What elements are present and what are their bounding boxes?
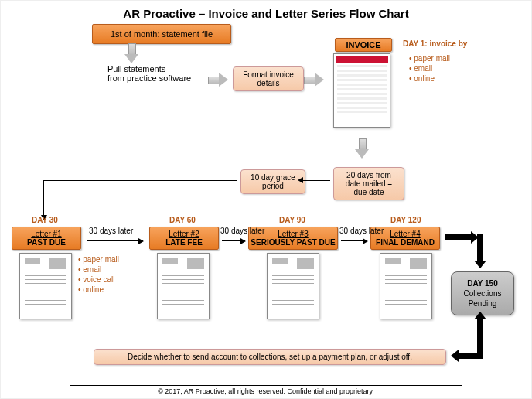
thick-vert-line bbox=[477, 347, 483, 359]
inter-label: 30 days later bbox=[220, 227, 264, 235]
connector-polyline bbox=[43, 180, 237, 220]
day120-label: DAY 120 bbox=[390, 216, 421, 224]
collections-box: DAY 150 Collections Pending bbox=[451, 271, 514, 315]
day1-label: DAY 1: invoice by bbox=[403, 39, 467, 48]
thick-arrowhead-up bbox=[474, 312, 486, 319]
page-title: AR Proactive – Invoice and Letter Series… bbox=[1, 7, 531, 20]
letter-line1: Letter #4 bbox=[390, 230, 420, 238]
arrow-right-icon bbox=[304, 73, 324, 87]
pull-statements-text: Pull statements from practice software bbox=[107, 64, 223, 83]
bullet: paper mail bbox=[409, 53, 450, 63]
letter1-box: Letter #1PAST DUE bbox=[12, 227, 81, 250]
decide-box: Decide whether to send account to collec… bbox=[94, 349, 446, 365]
letter-line1: Letter #2 bbox=[169, 230, 199, 238]
collections-text: Collections Pending bbox=[464, 289, 502, 308]
letter-channel-bullets: paper mail email voice call online bbox=[78, 254, 119, 295]
connector-arrowhead bbox=[298, 177, 303, 183]
letter-line2: FINAL DEMAND bbox=[376, 238, 435, 247]
thick-vert-line bbox=[477, 234, 483, 262]
start-of-month-box: 1st of month: statement file bbox=[92, 24, 231, 44]
invoice-header-box: INVOICE bbox=[335, 38, 392, 52]
thin-arrow-icon bbox=[341, 240, 367, 241]
letter-line2: PAST DUE bbox=[27, 238, 66, 247]
thick-arrow-right-icon bbox=[445, 234, 471, 240]
day1-bullets: paper mail email online bbox=[409, 53, 450, 84]
invoice-document-icon bbox=[333, 53, 390, 128]
inter-label: 30 days later bbox=[89, 227, 133, 235]
letter-line2: SERIOUSLY PAST DUE bbox=[251, 238, 335, 247]
thick-arrowhead-down bbox=[474, 261, 486, 268]
collections-day: DAY 150 bbox=[467, 279, 497, 288]
bullet: online bbox=[409, 73, 450, 84]
letter-line1: Letter #3 bbox=[278, 230, 308, 238]
bullet: paper mail bbox=[78, 254, 119, 264]
thick-vert-line bbox=[477, 318, 483, 349]
grace-period-box: 10 day grace period bbox=[240, 169, 305, 194]
letter-line2: LATE FEE bbox=[165, 238, 203, 247]
arrow-right-icon bbox=[208, 73, 228, 87]
day90-label: DAY 90 bbox=[279, 216, 305, 224]
document-icon bbox=[157, 253, 210, 319]
connector-line bbox=[302, 180, 330, 181]
bullet: online bbox=[78, 285, 119, 295]
arrow-down-icon bbox=[124, 43, 138, 63]
document-icon bbox=[19, 253, 72, 319]
bullet: email bbox=[409, 63, 450, 73]
letter-line1: Letter #1 bbox=[31, 230, 61, 238]
bullet: voice call bbox=[78, 275, 119, 285]
thin-arrow-icon bbox=[87, 240, 143, 241]
format-invoice-box: Format invoice details bbox=[233, 66, 304, 91]
letter2-box: Letter #2LATE FEE bbox=[149, 227, 219, 250]
bullet: email bbox=[78, 264, 119, 275]
day30-label: DAY 30 bbox=[32, 216, 58, 224]
document-icon bbox=[267, 253, 319, 319]
arrow-down-icon bbox=[355, 138, 369, 159]
inter-label: 30 days later bbox=[339, 227, 384, 235]
day60-label: DAY 60 bbox=[169, 216, 196, 224]
footer-text: © 2017, AR Proactive, all rights reserve… bbox=[70, 385, 462, 395]
due-date-box: 20 days from date mailed = due date bbox=[333, 167, 404, 200]
thin-arrow-icon bbox=[222, 240, 245, 241]
document-icon bbox=[380, 253, 432, 319]
